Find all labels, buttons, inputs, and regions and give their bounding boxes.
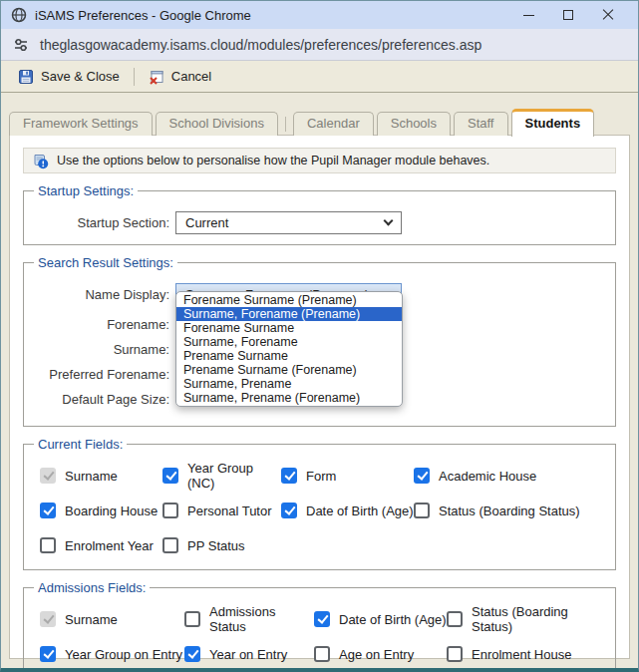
- tab-calendar[interactable]: Calendar: [293, 112, 374, 136]
- dropdown-option[interactable]: Forename Surname: [176, 321, 402, 335]
- checkbox-year-group-nc[interactable]: [162, 468, 178, 484]
- checkbox-cell: Surname: [40, 609, 184, 629]
- maximize-icon: [563, 10, 573, 20]
- window-controls: [508, 2, 628, 28]
- checkbox-label: Date of Birth (Age): [306, 504, 414, 518]
- checkbox-label: Boarding House: [65, 504, 158, 518]
- checkbox-boarding-house[interactable]: [40, 503, 56, 518]
- checkbox-cell: Enrolment Year: [40, 535, 162, 555]
- checkbox-cell: Admissions Status: [184, 609, 314, 629]
- name-display-label: Name Display:: [30, 287, 169, 302]
- dropdown-option[interactable]: Surname, Prename (Forename): [176, 391, 402, 405]
- current-fields-group: Current Fields: Surname Year Group (NC) …: [23, 437, 616, 570]
- url-text[interactable]: theglasgowacademy.isams.cloud/modules/pr…: [40, 37, 481, 53]
- cancel-icon: [149, 69, 164, 85]
- current-fields-grid: Surname Year Group (NC) Form Academic Ho…: [30, 456, 609, 559]
- checkbox-personal-tutor[interactable]: [162, 503, 178, 518]
- checkbox-cell: Personal Tutor: [162, 501, 281, 520]
- admissions-fields-group: Admissions Fields: Surname Admissions St…: [23, 580, 616, 672]
- tab-schools[interactable]: Schools: [377, 112, 451, 136]
- checkbox-enrolment-house[interactable]: [447, 646, 463, 662]
- save-icon: [18, 69, 34, 85]
- checkbox-label: Date of Birth (Age): [339, 612, 447, 627]
- startup-settings-legend: Startup Settings:: [34, 183, 138, 198]
- startup-settings-group: Startup Settings: Startup Section: Curre…: [23, 183, 616, 245]
- info-bar: Use the options below to personalise how…: [23, 148, 616, 173]
- checkbox-cell: PP Status: [162, 535, 281, 555]
- checkbox-adm-surname[interactable]: [40, 611, 56, 627]
- dropdown-option[interactable]: Forename Surname (Prename): [176, 293, 402, 307]
- chevron-down-icon: [384, 215, 394, 225]
- checkbox-form[interactable]: [281, 468, 297, 484]
- checkbox-date-of-birth-age[interactable]: [281, 503, 297, 518]
- maximize-button[interactable]: [548, 2, 588, 28]
- checkbox-cell: Date of Birth (Age): [314, 609, 447, 629]
- checkbox-age-on-entry[interactable]: [314, 646, 330, 662]
- title-bar: iSAMS Preferences - Google Chrome: [1, 1, 638, 29]
- dropdown-option[interactable]: Surname, Forename: [176, 335, 402, 349]
- checkbox-cell: Academic House: [414, 466, 609, 486]
- dropdown-option[interactable]: Surname, Prename: [176, 377, 402, 391]
- checkbox-label: Enrolment House: [472, 647, 571, 662]
- checkbox-label: Personal Tutor: [187, 504, 272, 518]
- checkbox-label: Academic House: [439, 469, 536, 484]
- action-toolbar: Save & Close Cancel: [1, 61, 638, 93]
- checkbox-label: Status (Boarding Status): [472, 604, 609, 634]
- checkbox-cell: Age on Entry: [314, 644, 447, 664]
- checkbox-adm-status-boarding-status[interactable]: [447, 611, 463, 627]
- checkbox-cell: Date of Birth (Age): [281, 501, 414, 520]
- dropdown-option[interactable]: Surname, Forename (Prename): [176, 307, 402, 321]
- checkbox-label: Surname: [65, 612, 118, 627]
- checkbox-label: PP Status: [187, 538, 245, 553]
- checkbox-enrolment-year[interactable]: [40, 537, 56, 553]
- checkbox-label: Enrolment Year: [65, 538, 154, 553]
- cancel-label: Cancel: [171, 69, 211, 84]
- toolbar-separator: [134, 68, 135, 86]
- checkbox-label: Form: [306, 469, 336, 484]
- info-text: Use the options below to personalise how…: [57, 154, 489, 168]
- checkbox-label: Year on Entry: [209, 647, 287, 662]
- globe-icon: [11, 7, 27, 23]
- checkbox-label: Surname: [65, 469, 118, 484]
- checkbox-cell: Form: [281, 466, 414, 486]
- checkbox-cell: Year Group (NC): [162, 466, 281, 486]
- tab-school-divisions[interactable]: School Divisions: [156, 112, 278, 136]
- checkbox-adm-date-of-birth-age[interactable]: [314, 611, 330, 627]
- startup-section-row: Startup Section: Current: [30, 210, 609, 234]
- address-bar[interactable]: theglasgowacademy.isams.cloud/modules/pr…: [1, 29, 638, 61]
- checkbox-academic-house[interactable]: [414, 468, 430, 484]
- checkbox-year-on-entry[interactable]: [184, 646, 200, 662]
- checkbox-cell: Enrolment House: [447, 644, 609, 664]
- tab-students[interactable]: Students: [511, 109, 595, 137]
- tune-icon[interactable]: [13, 37, 29, 53]
- close-button[interactable]: [588, 2, 628, 28]
- students-tab-panel: Use the options below to personalise how…: [9, 135, 630, 659]
- checkbox-label: Year Group on Entry: [65, 647, 182, 662]
- checkbox-label: Status (Boarding Status): [439, 504, 580, 518]
- checkbox-admissions-status[interactable]: [184, 611, 200, 627]
- checkbox-cell: Surname: [40, 466, 162, 486]
- checkbox-status-boarding-status[interactable]: [414, 503, 430, 518]
- checkbox-label: Admissions Status: [209, 604, 314, 634]
- minimize-button[interactable]: [508, 2, 548, 28]
- checkbox-cell: Year on Entry: [184, 644, 314, 664]
- cancel-button[interactable]: Cancel: [140, 65, 220, 89]
- checkbox-year-group-on-entry[interactable]: [40, 646, 56, 662]
- tab-framework-settings[interactable]: Framework Settings: [9, 112, 153, 136]
- tab-separator: [285, 117, 286, 132]
- checkbox-pp-status[interactable]: [162, 537, 178, 553]
- checkbox-cell: Status (Boarding Status): [414, 501, 609, 520]
- checkbox-label: Age on Entry: [339, 647, 414, 662]
- checkbox-surname[interactable]: [40, 468, 56, 484]
- checkbox-cell: Year Group on Entry: [40, 644, 184, 664]
- forename-label: Forename:: [30, 317, 169, 332]
- save-close-button[interactable]: Save & Close: [9, 65, 129, 89]
- tab-staff[interactable]: Staff: [454, 112, 508, 136]
- dropdown-option[interactable]: Prename Surname (Forename): [176, 363, 402, 377]
- startup-section-select[interactable]: Current: [175, 211, 402, 234]
- checkbox-cell: Status (Boarding Status): [447, 609, 609, 629]
- dropdown-option[interactable]: Prename Surname: [176, 349, 402, 363]
- checkbox-label: Year Group (NC): [187, 461, 281, 491]
- name-display-dropdown-list: Forename Surname (Prename) Surname, Fore…: [175, 291, 403, 407]
- surname-label: Surname:: [30, 342, 169, 357]
